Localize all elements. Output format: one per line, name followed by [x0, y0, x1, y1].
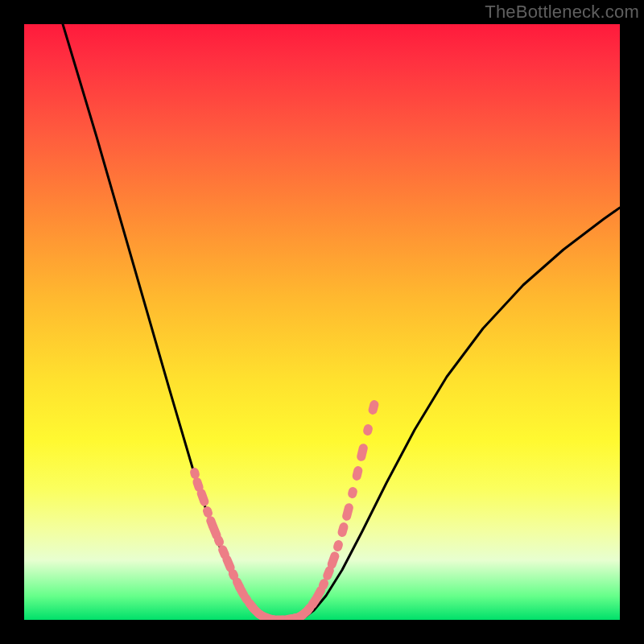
chart-svg — [24, 24, 620, 620]
series-curve-left — [63, 24, 272, 618]
dot-dots-right-12 — [347, 486, 358, 499]
dot-dots-right-16 — [367, 399, 379, 415]
dot-dots-right-11 — [341, 502, 354, 522]
dot-dots-right-15 — [362, 423, 374, 436]
dot-dots-right-13 — [352, 465, 364, 481]
watermark-label: TheBottleneck.com — [485, 2, 639, 23]
chart-plot-area — [24, 24, 620, 620]
dots-layer — [189, 399, 380, 620]
series-curve-right — [304, 208, 620, 617]
dot-dots-right-10 — [336, 522, 349, 538]
dot-dots-right-9 — [332, 539, 345, 553]
dot-dots-right-14 — [356, 443, 369, 462]
